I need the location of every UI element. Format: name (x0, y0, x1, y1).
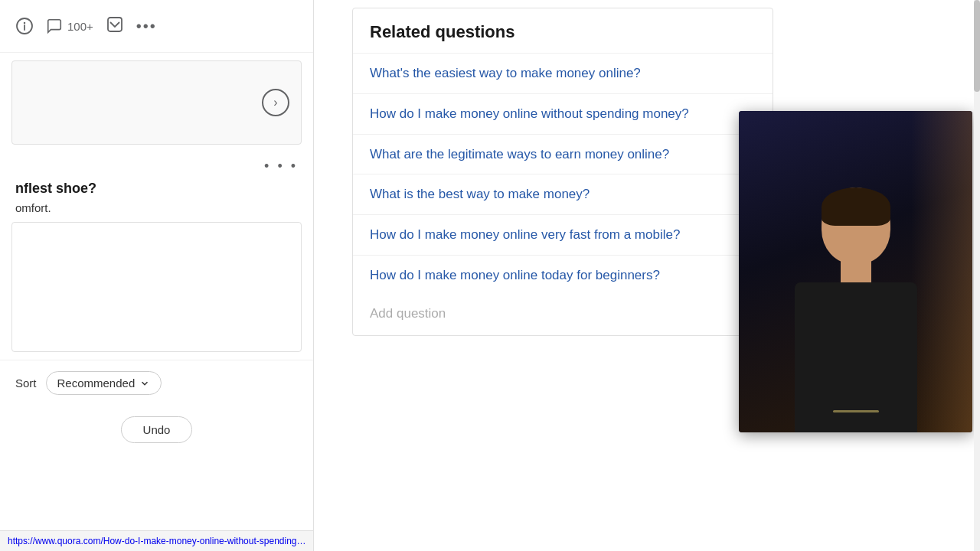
person-body (795, 282, 917, 432)
truncated-content: nflest shoe? omfort. (0, 181, 313, 214)
sort-dropdown[interactable]: Recommended (46, 371, 162, 395)
related-question-item: What is the best way to make money? (353, 174, 773, 215)
related-question-link[interactable]: How do I make money online today for beg… (370, 268, 660, 282)
promo-box: › (11, 60, 302, 145)
dots-menu-button[interactable]: • • • (264, 158, 298, 174)
more-dots-row: • • • (0, 152, 313, 181)
comment-count-label: 100+ (67, 20, 93, 33)
left-panel: 100+ ••• › • • • nflest shoe? omfort. So… (0, 0, 314, 551)
related-question-item: How do I make money online today for beg… (353, 256, 773, 295)
video-frame (739, 111, 972, 432)
truncated-title: nflest shoe? (15, 181, 298, 197)
related-questions-list: What's the easiest way to make money onl… (353, 54, 773, 295)
related-question-link[interactable]: What is the best way to make money? (370, 187, 590, 201)
necklace (833, 410, 879, 412)
comment-button[interactable]: 100+ (46, 18, 93, 34)
scrollbar[interactable] (974, 0, 980, 551)
related-questions-panel: Related questions What's the easiest way… (352, 8, 773, 336)
undo-area: Undo (0, 406, 313, 454)
ad-placeholder (11, 222, 302, 352)
person-neck (841, 261, 871, 284)
promo-next-button[interactable]: › (262, 89, 289, 116)
action-bar: 100+ ••• (0, 0, 313, 53)
related-questions-header: Related questions (353, 8, 773, 54)
downvote-button[interactable] (106, 15, 124, 37)
more-options-button[interactable]: ••• (136, 18, 157, 35)
add-question-button[interactable]: Add question (353, 295, 773, 335)
related-question-item: What's the easiest way to make money onl… (353, 54, 773, 94)
svg-rect-3 (108, 18, 122, 31)
related-question-link[interactable]: How do I make money online very fast fro… (370, 227, 680, 242)
person-hair (822, 187, 890, 226)
undo-button[interactable]: Undo (121, 416, 193, 443)
sort-label: Sort (15, 377, 37, 390)
related-question-link[interactable]: What are the legitimate ways to earn mon… (370, 147, 669, 161)
status-bar: https://www.quora.com/How-do-I-make-mone… (0, 530, 314, 551)
related-question-item: What are the legitimate ways to earn mon… (353, 135, 773, 175)
info-icon[interactable] (15, 17, 34, 35)
truncated-body: omfort. (15, 201, 298, 214)
related-question-link[interactable]: What's the easiest way to make money onl… (370, 66, 641, 80)
related-question-item: How do I make money online without spend… (353, 94, 773, 135)
sort-value: Recommended (57, 377, 136, 390)
person-head (822, 187, 890, 264)
person-silhouette (772, 172, 940, 432)
related-question-item: How do I make money online very fast fro… (353, 215, 773, 256)
sort-bar: Sort Recommended (0, 360, 313, 406)
related-question-link[interactable]: How do I make money online without spend… (370, 106, 689, 121)
scrollbar-thumb[interactable] (974, 0, 980, 92)
video-overlay (739, 111, 972, 432)
